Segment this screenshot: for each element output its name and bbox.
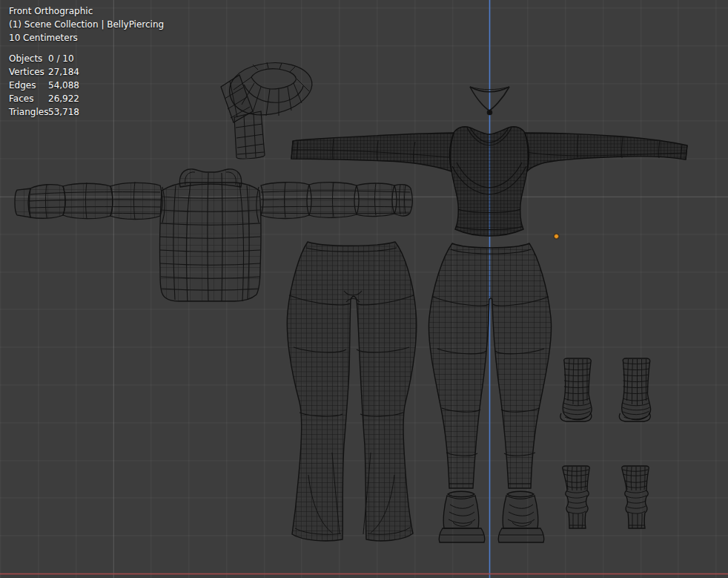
object-fitted-top[interactable]: [291, 127, 687, 236]
stat-label: Objects: [9, 52, 48, 65]
object-legwarmer-left[interactable]: [563, 466, 590, 528]
stat-value: 26,922: [48, 92, 79, 105]
stat-value: 53,718: [48, 105, 79, 119]
stat-label: Edges: [9, 79, 48, 92]
stat-value: 0 / 10: [48, 52, 74, 65]
stat-row-vertices: Vertices 27,184: [9, 65, 79, 79]
stat-label: Faces: [9, 92, 48, 105]
stat-row-objects: Objects 0 / 10: [9, 52, 79, 65]
object-sneaker-left[interactable]: [439, 491, 485, 542]
statistics-overlay: Objects 0 / 10 Vertices 27,184 Edges 54,…: [9, 52, 79, 119]
scene-canvas[interactable]: [0, 0, 728, 578]
stat-value: 54,088: [48, 79, 79, 92]
object-sneaker-right[interactable]: [498, 491, 544, 542]
stat-row-edges: Edges 54,088: [9, 79, 79, 92]
stat-row-triangles: Triangles 53,718: [9, 105, 79, 119]
necklace-pendant: [488, 111, 492, 115]
object-flared-pants[interactable]: [287, 242, 416, 541]
blender-3d-viewport[interactable]: Front Orthographic (1) Scene Collection …: [0, 0, 728, 578]
scene-breadcrumb: (1) Scene Collection | BellyPiercing: [9, 18, 164, 31]
view-name-label: Front Orthographic: [9, 4, 164, 18]
stat-label: Triangles: [9, 105, 48, 119]
object-sock-left[interactable]: [560, 358, 592, 421]
stat-row-faces: Faces 26,922: [9, 92, 79, 105]
viewport-text-overlay: Front Orthographic (1) Scene Collection …: [9, 4, 164, 45]
grid-scale-label: 10 Centimeters: [9, 31, 164, 45]
object-legwarmer-right[interactable]: [622, 466, 649, 528]
object-origin-point[interactable]: [554, 234, 560, 240]
object-sock-right[interactable]: [619, 358, 650, 421]
stat-label: Vertices: [9, 65, 48, 79]
stat-value: 27,184: [48, 65, 79, 79]
